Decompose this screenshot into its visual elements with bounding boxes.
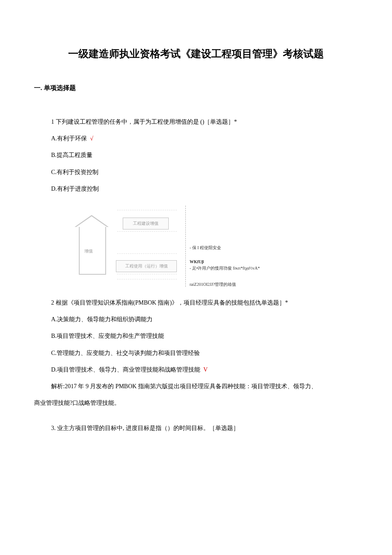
faded-line xyxy=(117,231,177,232)
q1-option-c: C.有利于投资控制 xyxy=(34,164,358,180)
section-heading: 一. 单项选择题 xyxy=(34,84,358,92)
q1-option-a: A.有利于环保 √ xyxy=(34,130,358,147)
document-page: 一级建造师执业资格考试《建设工程项目管理》考核试题 一. 单项选择题 1 下列建… xyxy=(0,0,392,471)
q2-option-a: A.决策能力、领导能力和组织协调能力 xyxy=(34,311,358,328)
question-1: 1 下列建设工程管理的任务中，属于为工程使用增值的是 ()［单选题］* A.有利… xyxy=(34,113,358,197)
q2-option-c: C.管理能力、应变能力、社交与谈判能力和项目管理经验 xyxy=(34,345,358,361)
faded-line xyxy=(117,210,177,211)
diagram-box-construction: 工程建设增值 xyxy=(123,218,169,230)
q1-option-d: D.有利于进度控制 xyxy=(34,180,358,197)
q2-text: 2 根据《项目管理知识体系指南(PMBOK 指南)》，项目经理应具备的技能包括仇… xyxy=(34,294,358,311)
vertical-divider xyxy=(185,206,186,287)
diagram-note-3: raiZ201OI2JJ?管理的靖值 xyxy=(190,282,236,288)
question-3: 3. 业主方项目管理的目标中, 进度目标是指（）的时间目标。［单选题］ xyxy=(34,420,358,436)
value-diagram: 增值 工程建设增值 工程使用（运行）增值 - 保 I 程使阳安全 WKfUβ -… xyxy=(77,206,281,287)
q3-text: 3. 业主方项目管理的目标中, 进度目标是指（）的时间目标。［单选题］ xyxy=(34,420,358,436)
faded-line xyxy=(117,274,177,275)
check-mark-icon: V xyxy=(203,366,208,373)
page-title: 一级建造师执业资格考试《建设工程项目管理》考核试题 xyxy=(34,47,358,61)
q2-opt-d-text: D.项目管理技术、领导力、商业管理技能和战略管理技能 xyxy=(51,366,200,373)
diagram-note-2b: - 足•许用户的慢用功俊 frκrι*ftχα½vA* xyxy=(190,265,260,271)
diagram-box-usage: 工程使用（运行）增值 xyxy=(116,260,177,272)
faded-line xyxy=(117,279,177,280)
diagram-note-2a: WKfUβ xyxy=(190,259,204,264)
arrow-label: 增值 xyxy=(84,248,93,254)
q2-analysis-line2: 商业管理技能?口战略管理技能。 xyxy=(34,395,358,411)
q2-option-b: B.项目管理技术、应变能力和生产管理技能 xyxy=(34,328,358,344)
question-2: 2 根据《项目管理知识体系指南(PMBOK 指南)》，项目经理应具备的技能包括仇… xyxy=(34,294,358,411)
q2-option-d: D.项目管理技术、领导力、商业管理技能和战略管理技能 V xyxy=(34,361,358,378)
q1-opt-a-text: A.有利于环保 xyxy=(51,135,87,142)
faded-line xyxy=(117,253,177,254)
check-mark-icon: √ xyxy=(90,135,93,142)
diagram-note-1: - 保 I 程使阳安全 xyxy=(190,245,221,251)
q2-analysis-line1: 解析:2017 年 9 月发布的 PMBOK 指南第六版提出项目经理应具备四种技… xyxy=(34,378,358,395)
q1-option-b: B.提高工程质量 xyxy=(34,147,358,163)
q1-text: 1 下列建设工程管理的任务中，属于为工程使用增值的是 ()［单选题］* xyxy=(34,113,358,130)
